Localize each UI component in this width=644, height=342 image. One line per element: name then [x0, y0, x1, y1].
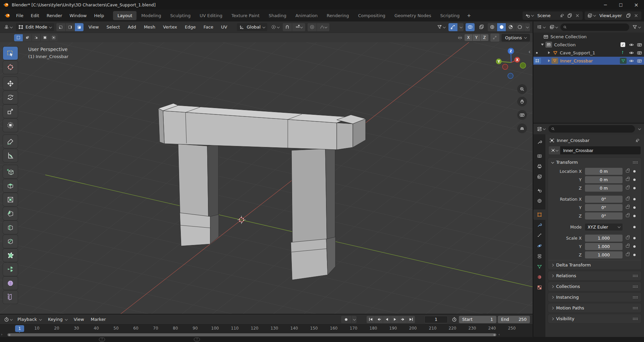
outliner-row-cave-support[interactable]: Cave_Support_1 [533, 49, 644, 57]
tab-output[interactable] [533, 161, 545, 172]
animate-dot[interactable] [633, 254, 636, 256]
scene-pin-button[interactable] [558, 11, 566, 20]
playhead[interactable]: 1 [15, 325, 24, 332]
play-reverse-button[interactable] [383, 316, 391, 323]
expand-arrow-icon[interactable] [547, 51, 551, 54]
tab-particles[interactable] [533, 230, 545, 241]
delta-transform-panel-header[interactable]: Delta Transform [548, 260, 641, 270]
animate-dot[interactable] [633, 245, 636, 248]
tool-inset-faces[interactable] [3, 193, 18, 206]
frame-end-field[interactable]: End 250 [498, 316, 530, 323]
scroll-right-arrow[interactable]: ‹ [498, 332, 500, 337]
blender-menu-button[interactable] [3, 12, 12, 19]
cave-support-mesh[interactable] [158, 103, 366, 280]
lock-icon[interactable] [626, 245, 629, 248]
tool-select-box[interactable] [3, 47, 18, 60]
tool-knife[interactable] [3, 235, 18, 248]
panel-drag-grip[interactable] [633, 317, 638, 320]
menu-file[interactable]: File [12, 12, 27, 19]
mirror-z-toggle[interactable]: Z [481, 34, 488, 41]
panel-drag-grip[interactable] [633, 296, 638, 299]
timeline-scrollbar[interactable] [7, 333, 496, 336]
snap-toggle-button[interactable] [283, 23, 292, 31]
view-layer-new-button[interactable] [625, 11, 632, 20]
lock-icon[interactable] [626, 170, 629, 173]
select-subtract-button[interactable] [32, 34, 40, 41]
tab-scene[interactable] [533, 185, 545, 196]
viewport-menu-uv[interactable]: UV [218, 23, 230, 31]
expand-arrow-icon[interactable] [541, 44, 544, 46]
animate-dot[interactable] [633, 179, 636, 181]
outliner-search-input[interactable] [569, 25, 627, 30]
play-button[interactable] [391, 316, 399, 323]
tool-measure[interactable] [3, 149, 18, 162]
mirror-y-toggle[interactable]: Y [473, 34, 480, 41]
outliner-row-collection[interactable]: Collection [533, 41, 644, 49]
tab-modeling[interactable]: Modeling [137, 11, 165, 20]
lock-icon[interactable] [626, 214, 629, 217]
tab-view-layer[interactable] [533, 172, 545, 182]
shading-material-button[interactable] [506, 23, 515, 31]
object-name-input[interactable] [560, 146, 641, 154]
collection-hide-toggle[interactable] [629, 42, 634, 47]
collection-checkbox[interactable] [621, 42, 625, 47]
tab-constraints[interactable] [533, 251, 545, 261]
options-dropdown[interactable]: Options [501, 34, 530, 42]
lock-icon[interactable] [626, 206, 629, 209]
pan-button[interactable] [517, 97, 527, 106]
snap-settings-dropdown[interactable] [292, 23, 305, 31]
properties-editor-type-button[interactable] [536, 124, 546, 134]
scene-name[interactable]: Scene [535, 13, 558, 18]
tool-annotate[interactable] [3, 135, 18, 148]
lock-icon[interactable] [626, 237, 629, 239]
current-frame-field[interactable]: 1 [424, 316, 448, 323]
rotation-z-field[interactable]: 0° [585, 212, 623, 219]
tool-move[interactable] [3, 77, 18, 90]
outliner-row-scene-collection[interactable]: Scene Collection [533, 33, 644, 41]
orthographic-toggle-button[interactable] [517, 124, 527, 133]
animate-dot[interactable] [633, 170, 636, 173]
view-layer-remove-button[interactable] [632, 11, 640, 20]
transform-panel-header[interactable]: Transform [548, 158, 641, 167]
rotation-y-field[interactable]: 0° [585, 204, 623, 211]
tool-edge-slide[interactable] [3, 291, 18, 304]
mode-dropdown[interactable]: Edit Mode [16, 23, 54, 31]
lock-icon[interactable] [626, 178, 629, 181]
tool-add-cube[interactable] [3, 165, 18, 178]
face-select-button[interactable] [74, 23, 84, 31]
shading-dropdown[interactable] [524, 23, 530, 31]
timeline-ruler[interactable]: 1 10 20 30 40 50 60 70 80 90 100 110 120… [0, 324, 533, 333]
animate-dot[interactable] [633, 206, 636, 209]
transform-orientation-dropdown[interactable]: Global [237, 23, 267, 31]
viewport-menu-face[interactable]: Face [201, 23, 216, 31]
tab-animation[interactable]: Animation [291, 11, 322, 20]
tab-texture[interactable] [533, 282, 545, 293]
scroll-left-arrow[interactable]: › [1, 332, 2, 337]
tool-rotate[interactable] [3, 91, 18, 104]
tool-scale[interactable] [3, 105, 18, 118]
tool-bevel[interactable] [3, 207, 18, 220]
maximize-button[interactable] [613, 0, 629, 9]
tab-sculpting[interactable]: Sculpting [166, 11, 195, 20]
tab-geometry-nodes[interactable]: Geometry Nodes [390, 11, 436, 20]
tool-extrude-region[interactable] [3, 179, 18, 192]
tool-transform[interactable] [3, 119, 18, 132]
edge-select-button[interactable] [65, 23, 74, 31]
toggle-xray-button[interactable] [477, 23, 486, 31]
jump-to-end-button[interactable] [407, 316, 415, 323]
shading-wireframe-button[interactable] [488, 23, 497, 31]
scene-unlink-button[interactable] [574, 11, 581, 20]
tab-modifiers[interactable] [533, 220, 545, 230]
tab-rendering[interactable]: Rendering [322, 11, 353, 20]
menu-window[interactable]: Window [66, 12, 90, 19]
scene-new-button[interactable] [566, 11, 574, 20]
location-y-field[interactable]: 0 m [585, 176, 623, 183]
snap-base-button[interactable] [490, 34, 499, 42]
auto-keying-dropdown[interactable] [351, 316, 357, 323]
tab-layout[interactable]: Layout [113, 11, 137, 20]
collection-render-toggle[interactable] [637, 42, 642, 47]
tab-compositing[interactable]: Compositing [354, 11, 390, 20]
close-button[interactable] [629, 0, 644, 9]
vertex-select-button[interactable] [56, 23, 65, 31]
tab-world[interactable] [533, 196, 545, 206]
